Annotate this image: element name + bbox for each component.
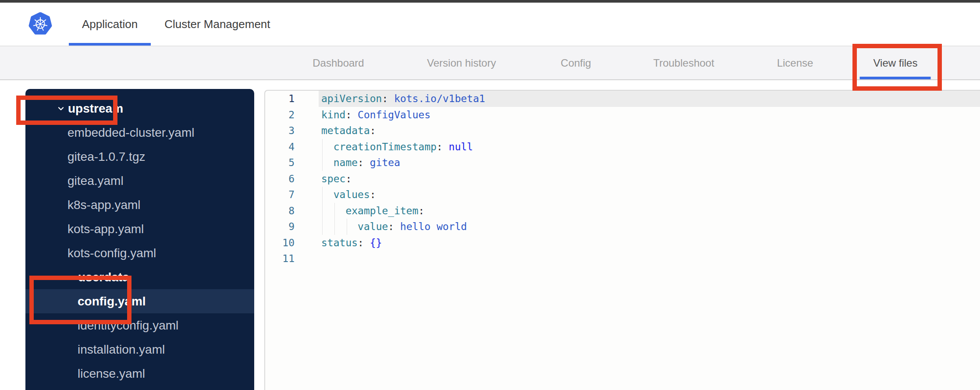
code-text: metadata: — [321, 123, 376, 139]
line-number: 2 — [265, 107, 295, 123]
code-text: example_item: — [321, 203, 424, 219]
tree-file-identityconfig-yaml[interactable]: identityconfig.yaml — [25, 313, 254, 337]
top-tab-cluster-management[interactable]: Cluster Management — [164, 3, 270, 46]
tree-item-label: config.yaml — [78, 294, 146, 308]
line-number: 1 — [265, 91, 295, 107]
code-text: spec: — [321, 171, 352, 187]
tree-file-k8s-app-yaml[interactable]: k8s-app.yaml — [25, 193, 254, 217]
code-text: creationTimestamp: null — [321, 139, 473, 155]
tree-folder-upstream[interactable]: upstream — [25, 96, 254, 121]
code-lines: 1apiVersion: kots.io/v1beta12kind: Confi… — [265, 91, 980, 267]
top-nav: ApplicationCluster Management — [0, 3, 980, 46]
tree-file-gitea-yaml[interactable]: gitea.yaml — [25, 169, 254, 193]
tree-file-installation-yaml[interactable]: installation.yaml — [25, 337, 254, 362]
tree-item-label: upstream — [68, 102, 123, 116]
line-number: 3 — [265, 123, 295, 139]
code-line-1: 1apiVersion: kots.io/v1beta1 — [265, 91, 980, 107]
code-line-8: 8 example_item: — [265, 203, 980, 219]
tab-dashboard[interactable]: Dashboard — [312, 46, 364, 79]
tree-item-label: k8s-app.yaml — [67, 198, 141, 212]
tree-item-label: gitea-1.0.7.tgz — [67, 150, 145, 164]
app-sub-nav: DashboardVersion historyConfigTroublesho… — [0, 46, 980, 80]
code-line-2: 2kind: ConfigValues — [265, 107, 980, 123]
code-line-9: 9 value: hello world — [265, 219, 980, 235]
tab-version-history[interactable]: Version history — [427, 46, 496, 79]
tree-item-label: userdata — [78, 270, 129, 284]
line-number: 4 — [265, 139, 295, 155]
top-nav-tabs: ApplicationCluster Management — [69, 3, 270, 46]
line-number: 11 — [265, 251, 295, 267]
tree-file-kots-app-yaml[interactable]: kots-app.yaml — [25, 217, 254, 241]
code-text: value: hello world — [321, 219, 467, 235]
code-text: name: gitea — [321, 155, 400, 171]
code-line-10: 10status: {} — [265, 235, 980, 251]
tree-file-config-yaml[interactable]: config.yaml — [25, 289, 254, 313]
line-number: 8 — [265, 203, 295, 219]
tree-file-license-yaml[interactable]: license.yaml — [25, 362, 254, 386]
line-number: 9 — [265, 219, 295, 235]
code-line-6: 6spec: — [265, 171, 980, 187]
line-number: 6 — [265, 171, 295, 187]
tab-config[interactable]: Config — [561, 46, 591, 79]
chevron-down-icon — [67, 273, 75, 282]
tree-item-label: identityconfig.yaml — [78, 319, 178, 333]
tab-view-files[interactable]: View files — [873, 46, 918, 79]
tree-item-label: license.yaml — [78, 367, 145, 381]
chevron-down-icon — [57, 104, 65, 113]
line-number: 10 — [265, 235, 295, 251]
code-line-7: 7 values: — [265, 187, 980, 203]
yaml-file-viewer[interactable]: 1apiVersion: kots.io/v1beta12kind: Confi… — [264, 90, 980, 390]
kots-admin-console: ApplicationCluster Management DashboardV… — [0, 0, 980, 390]
tab-troubleshoot[interactable]: Troubleshoot — [653, 46, 714, 79]
tree-file-embedded-cluster-yaml[interactable]: embedded-cluster.yaml — [25, 121, 254, 145]
tab-license[interactable]: License — [777, 46, 813, 79]
tree-item-label: installation.yaml — [78, 343, 165, 357]
tree-folder-userdata[interactable]: userdata — [25, 265, 254, 289]
code-line-3: 3metadata: — [265, 123, 980, 139]
code-line-4: 4 creationTimestamp: null — [265, 139, 980, 155]
tree-item-label: kots-app.yaml — [67, 222, 144, 236]
code-line-5: 5 name: gitea — [265, 155, 980, 171]
top-tab-application[interactable]: Application — [69, 3, 151, 46]
tree-file-gitea-1-0-7-tgz[interactable]: gitea-1.0.7.tgz — [25, 145, 254, 169]
tree-item-label: kots-config.yaml — [67, 246, 156, 260]
tree-item-label: embedded-cluster.yaml — [67, 126, 194, 140]
code-text: kind: ConfigValues — [321, 107, 430, 123]
code-line-11: 11 — [265, 251, 980, 267]
kubernetes-logo-icon — [28, 12, 52, 36]
line-number: 7 — [265, 187, 295, 203]
tree-item-label: gitea.yaml — [67, 174, 124, 188]
file-tree-sidebar: upstreamembedded-cluster.yamlgitea-1.0.7… — [25, 89, 254, 390]
code-text: apiVersion: kots.io/v1beta1 — [321, 91, 485, 107]
code-text: values: — [321, 187, 376, 203]
line-number: 5 — [265, 155, 295, 171]
tree-file-kots-config-yaml[interactable]: kots-config.yaml — [25, 241, 254, 265]
code-text: status: {} — [321, 235, 382, 251]
